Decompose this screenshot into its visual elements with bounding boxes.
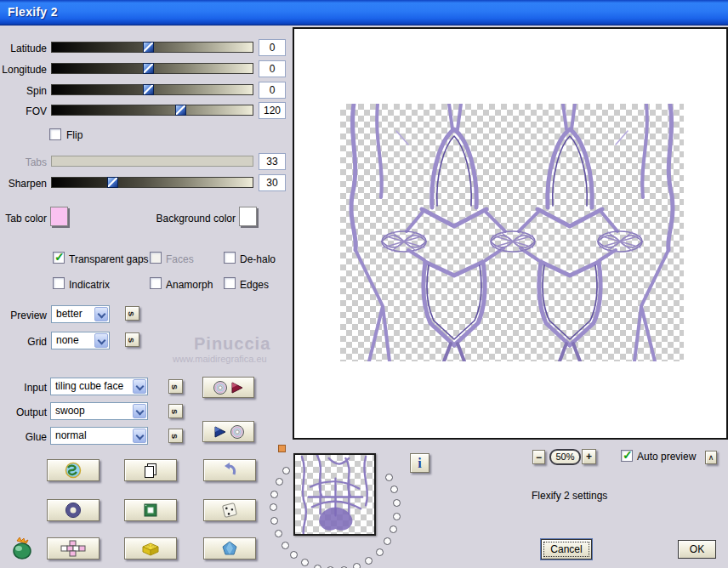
green-pear-icon (10, 536, 36, 561)
zoom-in-button[interactable]: + (582, 449, 596, 464)
glue-shuffle-button[interactable]: s (168, 429, 183, 443)
fov-slider-thumb[interactable] (175, 105, 186, 116)
input-select[interactable]: tiling cube face (50, 378, 148, 395)
fov-slider[interactable] (51, 105, 253, 116)
dice-button[interactable] (203, 499, 256, 521)
copy-button[interactable] (124, 459, 177, 481)
ok-button[interactable]: OK (678, 540, 716, 559)
variation-dot[interactable] (384, 537, 391, 545)
preview-pane[interactable] (293, 27, 728, 440)
cd-save-icon (212, 380, 246, 395)
variation-dot[interactable] (270, 503, 277, 511)
tabs-value[interactable]: 33 (259, 153, 286, 170)
globe-button[interactable] (47, 459, 100, 481)
sharpen-label: Sharpen (0, 178, 47, 190)
chevron-down-icon[interactable] (133, 379, 146, 394)
info-button[interactable]: i (410, 453, 429, 473)
dice-icon (220, 502, 239, 519)
faces-label: Faces (166, 253, 194, 265)
chevron-down-icon[interactable] (133, 429, 146, 443)
chevron-down-icon[interactable] (94, 333, 108, 348)
spin-slider[interactable] (51, 84, 253, 95)
input-shuffle-button[interactable]: s (168, 379, 183, 394)
undo-arrow-icon (221, 462, 238, 479)
variation-dot[interactable] (390, 486, 398, 493)
preview-shuffle-button[interactable]: s (125, 306, 139, 321)
lego-button[interactable] (124, 537, 177, 559)
flaming-pear-logo[interactable] (10, 536, 36, 561)
load-settings-button[interactable] (202, 421, 254, 442)
output-select-label: Output (0, 406, 47, 418)
longitude-slider[interactable] (51, 63, 253, 74)
de-halo-checkbox[interactable] (224, 252, 236, 264)
indicatrix-checkbox[interactable] (53, 277, 65, 289)
cube-net-icon (60, 540, 86, 557)
auto-preview-checkbox[interactable] (621, 450, 633, 462)
output-select[interactable]: swoop (50, 402, 148, 420)
save-settings-button[interactable] (202, 377, 254, 398)
edges-checkbox[interactable] (224, 277, 236, 289)
latitude-value[interactable]: 0 (259, 39, 286, 56)
zoom-level[interactable]: 50% (549, 449, 581, 465)
variation-dot[interactable] (365, 557, 373, 565)
window-title: Flexify 2 (8, 5, 58, 19)
transparent-gaps-checkbox[interactable] (53, 252, 65, 264)
preview-select[interactable]: better (51, 305, 110, 323)
torus-button[interactable] (47, 499, 100, 521)
preview-image (340, 104, 684, 361)
output-shuffle-button[interactable]: s (168, 404, 183, 418)
torus-icon (65, 502, 82, 519)
tab-color-label: Tab color (0, 213, 47, 224)
cancel-button[interactable]: Cancel (541, 539, 592, 559)
latitude-slider-thumb[interactable] (143, 42, 154, 53)
tab-color-swatch[interactable] (50, 207, 68, 226)
flip-label: Flip (66, 129, 82, 141)
background-color-swatch[interactable] (239, 207, 257, 226)
chevron-down-icon[interactable] (133, 404, 146, 418)
cd-load-icon (212, 424, 246, 440)
variation-dot[interactable] (393, 513, 401, 520)
sharpen-value[interactable]: 30 (259, 174, 286, 191)
sharpen-slider[interactable] (51, 177, 253, 188)
variation-dot[interactable] (290, 551, 298, 559)
variation-dot[interactable] (301, 559, 309, 566)
variation-dot[interactable] (376, 548, 384, 556)
collapse-arrow-button[interactable]: ∧ (705, 451, 717, 464)
longitude-label: Longitude (0, 64, 47, 76)
watermark-name: Pinuccia (194, 334, 270, 354)
orange-marker (278, 445, 286, 452)
glue-select[interactable]: normal (50, 427, 148, 445)
grid-select[interactable]: none (51, 332, 110, 349)
polyhedron-button[interactable] (203, 537, 256, 559)
glue-select-label: Glue (0, 431, 47, 443)
longitude-value[interactable]: 0 (259, 60, 286, 77)
sharpen-slider-thumb[interactable] (107, 177, 118, 188)
variation-dot[interactable] (385, 474, 393, 481)
titlebar[interactable]: Flexify 2 (0, 0, 728, 26)
variation-dot[interactable] (270, 491, 278, 498)
spin-slider-thumb[interactable] (143, 84, 154, 95)
variation-dot[interactable] (314, 565, 321, 568)
variation-dot[interactable] (390, 525, 397, 533)
variation-dot[interactable] (270, 517, 278, 525)
square-frame-button[interactable] (124, 499, 177, 521)
spin-value[interactable]: 0 (259, 82, 286, 99)
cube-net-button[interactable] (47, 537, 100, 559)
fov-value[interactable]: 120 (259, 102, 286, 119)
variation-dot[interactable] (353, 563, 361, 568)
undo-button[interactable] (203, 459, 256, 481)
zoom-out-button[interactable]: − (532, 450, 545, 464)
variation-dot[interactable] (282, 467, 290, 474)
variation-dot[interactable] (275, 530, 282, 537)
variation-dot[interactable] (276, 478, 283, 486)
longitude-slider-thumb[interactable] (143, 63, 154, 74)
variation-dot[interactable] (393, 499, 401, 507)
anamorph-checkbox[interactable] (150, 277, 162, 289)
variation-thumbnail[interactable] (293, 453, 376, 536)
flip-checkbox[interactable] (49, 128, 61, 140)
grid-shuffle-button[interactable]: s (125, 332, 139, 347)
chevron-down-icon[interactable] (94, 307, 108, 321)
latitude-slider[interactable] (51, 42, 253, 53)
anamorph-label: Anamorph (166, 279, 213, 291)
variation-dot[interactable] (282, 542, 289, 549)
